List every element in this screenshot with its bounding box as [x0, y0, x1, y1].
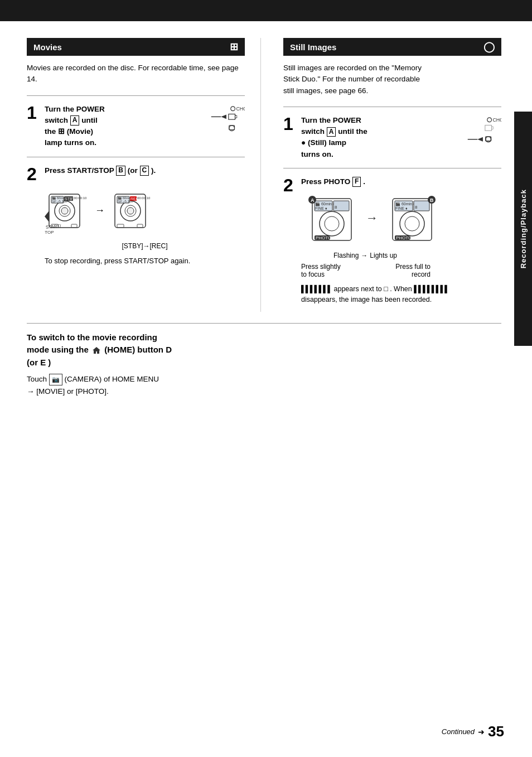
flash-arrow: → [361, 252, 367, 259]
svg-point-0 [231, 106, 235, 110]
sidebar-tab-label: Recording/Playback [519, 189, 528, 268]
still-images-desc: Still images are recorded on the "Memory… [283, 62, 501, 97]
svg-line-4 [235, 117, 238, 118]
svg-rect-38 [485, 125, 492, 131]
svg-point-12 [61, 208, 68, 214]
divider-2 [27, 157, 245, 157]
still-step1-num: 1 [283, 115, 297, 133]
svg-rect-2 [229, 114, 235, 119]
still-images-title: Still Images [290, 42, 336, 52]
continued-label: Continued [442, 727, 475, 736]
movies-column: Movies ⊞ Movies are recorded on the disc… [27, 38, 261, 312]
home-icon-bottom [92, 346, 101, 354]
movies-step2-text: Press START/STOP B (or C ). [45, 165, 245, 176]
press-full-text: Press full to record [395, 263, 431, 278]
movies-step1-content: Turn the POWER switch A until the ⊞ (Mov… [45, 104, 245, 149]
divider-1 [27, 95, 245, 96]
lights-up-label: Lights up [370, 252, 397, 259]
svg-text:PHOTO: PHOTO [396, 235, 412, 240]
movies-step2-content: Press START/STOP B (or C ). [45, 165, 245, 267]
svg-marker-7 [221, 114, 226, 119]
continued-arrow: ➜ [478, 727, 485, 736]
still-step1-text: Turn the POWER switch A until the ● (Sti… [301, 115, 367, 160]
svg-point-52 [325, 216, 339, 231]
svg-text:PHOTO: PHOTO [316, 235, 331, 240]
svg-rect-34 [117, 224, 124, 228]
flashing-label: Flashing [333, 252, 359, 259]
svg-text:🎬 60min ▪: 🎬 60min ▪ [315, 201, 335, 206]
letter-F: F [352, 177, 361, 187]
svg-point-63 [400, 211, 424, 236]
sidebar-tab: Recording/Playback [514, 112, 532, 346]
divider-4 [283, 168, 501, 168]
photo-cam-right: 🎬 60min ▪ FINE ♦ 8 PHOTO [381, 193, 443, 249]
bottom-section: To switch to the movie recording mode us… [27, 323, 501, 398]
svg-text:🎬 60min ▪: 🎬 60min ▪ [395, 201, 415, 206]
movies-step2-num: 2 [27, 165, 40, 183]
movies-step1-text: Turn the POWER switch A until the ⊞ (Mov… [45, 104, 105, 149]
still-step2-num: 2 [283, 176, 297, 194]
camera-home-icon: 📷 [49, 374, 62, 386]
stby-rec-label: [STBY]→[REC] [45, 242, 245, 250]
movies-step1: 1 Turn the POWER switch A until the ⊞ (M… [27, 104, 245, 149]
svg-text:A: A [311, 197, 315, 203]
movies-step2: 2 Press START/STOP B (or C ). [27, 165, 245, 267]
main-content: Movies ⊞ Movies are recorded on the disc… [0, 21, 532, 414]
svg-text:00:00:10: 00:00:10 [74, 196, 87, 200]
svg-line-3 [235, 115, 238, 116]
movies-desc: Movies are recorded on the disc. For rec… [27, 62, 245, 85]
still-step2-text: Press PHOTO F . [301, 176, 501, 187]
svg-text:B: B [430, 197, 434, 203]
still-step1-content: Turn the POWER switch A until the ● (Sti… [301, 115, 501, 160]
letter-A-still: A [327, 127, 336, 137]
svg-point-51 [320, 211, 344, 236]
still-step2-content: Press PHOTO F . [301, 176, 501, 305]
svg-text:START/: START/ [46, 223, 62, 229]
flash-lights-row: Flashing → Lights up [301, 252, 429, 259]
svg-rect-35 [137, 224, 143, 228]
svg-text:8: 8 [335, 205, 337, 210]
still-images-column: Still Images ◯ Still images are recorded… [279, 38, 501, 312]
still-step1-diagram: CHG [462, 115, 501, 154]
bars-symbol-2: ▌▌▌▌▌▌▌▌ [414, 285, 449, 293]
two-column-layout: Movies ⊞ Movies are recorded on the disc… [27, 38, 501, 312]
movies-header: Movies ⊞ [27, 38, 245, 56]
bottom-text: Touch 📷 (CAMERA) of HOME MENU → [MOVIE] … [27, 373, 501, 398]
svg-text:FINE ♦: FINE ♦ [315, 206, 327, 210]
movies-step1-diagram: CHG [206, 104, 245, 143]
svg-rect-20 [71, 224, 77, 228]
top-bar [0, 0, 532, 21]
letter-E: E [40, 358, 46, 367]
memory-icon: □ [384, 285, 390, 293]
movies-step1-num: 1 [27, 104, 40, 122]
stby-rec-arrow: → [95, 205, 105, 216]
camcorder-diagram-left: 🎬 60min SP ♪5.1ch STBY 00:00:10 [45, 183, 89, 239]
movie-icon: ⊞ [58, 127, 65, 136]
svg-text:8: 8 [415, 205, 418, 210]
letter-B: B [116, 166, 125, 176]
divider-3 [283, 107, 501, 107]
still-images-icon: ◯ [483, 41, 495, 53]
letter-A-movies: A [70, 115, 80, 126]
movies-icon: ⊞ [230, 41, 238, 53]
camcorder-diagram-right: 🎬 60min SP ♪5.1ch REC 00:00:10 [110, 183, 155, 239]
press-slightly-text: Press slightly to focus [301, 263, 341, 278]
press-labels-row: Press slightly to focus Press full to re… [301, 263, 431, 278]
svg-point-36 [487, 118, 492, 122]
svg-text:CHG: CHG [236, 105, 245, 111]
bars-note: ▌▌▌▌▌▌▌ appears next to □ . When ▌▌▌▌▌▌▌… [301, 284, 501, 305]
still-images-header: Still Images ◯ [283, 38, 501, 56]
page-bottom: Continued ➜ 35 [442, 723, 504, 740]
letter-C: C [140, 166, 149, 176]
photo-cam-left: 🎬 60min ▪ FINE ♦ 8 [301, 193, 362, 249]
stop-recording-note: To stop recording, press START/STOP agai… [45, 255, 245, 267]
svg-marker-69 [93, 347, 100, 354]
letter-D: D [166, 345, 172, 354]
svg-point-64 [405, 216, 419, 231]
still-camera-icon: ● [301, 138, 306, 147]
svg-marker-43 [477, 137, 483, 142]
svg-point-27 [127, 208, 134, 214]
still-step2: 2 Press PHOTO F . [283, 176, 501, 305]
svg-text:CHG: CHG [492, 117, 501, 122]
movies-title: Movies [33, 42, 62, 52]
